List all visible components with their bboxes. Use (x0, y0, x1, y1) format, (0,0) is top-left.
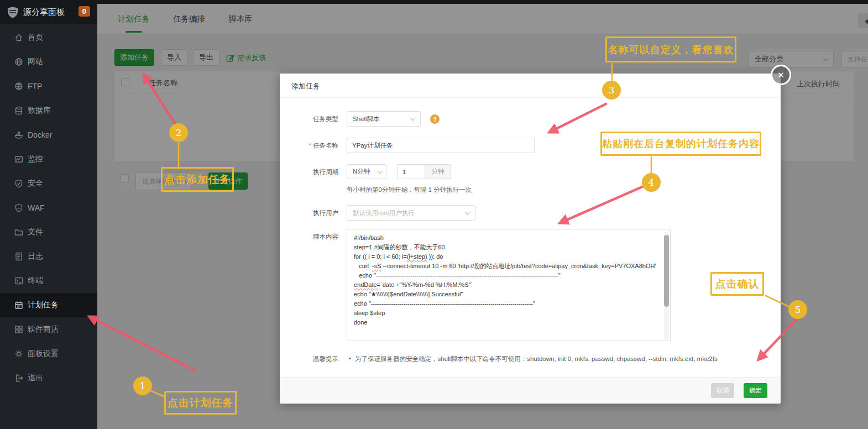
script-line: curl -sS --connect-timeout 10 -m 60 'htt… (354, 261, 658, 271)
sidebar-item-database[interactable]: 数据库 (0, 98, 97, 123)
script-line: endDate=`date +"%Y-%m-%d %H:%M:%S"` (354, 280, 658, 290)
logout-icon (14, 374, 24, 383)
sidebar-menu: 首页网站FTP数据库Docker监控安全WAF文件日志终端计划任务软件商店面板设… (0, 25, 97, 390)
sidebar-item-logs[interactable]: 日志 (0, 244, 97, 269)
required-asterisk: * (309, 142, 311, 149)
chevron-down-icon (410, 116, 416, 121)
cron-icon (14, 301, 24, 310)
store-icon (14, 325, 24, 334)
sidebar-item-label: WAF (28, 203, 45, 212)
script-line: echo "----------------------------------… (354, 271, 658, 280)
sidebar-item-monitor[interactable]: 监控 (0, 147, 97, 171)
logs-icon (14, 252, 24, 261)
spellcheck-squiggle: (i+step) (407, 253, 427, 260)
sidebar-item-store[interactable]: 软件商店 (0, 317, 97, 342)
modal-title: 添加任务 (291, 81, 320, 91)
script-line: sleep $step (354, 308, 658, 318)
waf-icon (14, 203, 24, 213)
sidebar-item-label: FTP (28, 82, 42, 91)
panel-logo-shield-icon (7, 6, 18, 18)
spellcheck-squiggle: -sS (372, 263, 381, 269)
cycle-interval-input[interactable] (397, 164, 425, 179)
sidebar-item-settings[interactable]: 面板设置 (0, 342, 97, 366)
app-root: 源分享面板 0 首页网站FTP数据库Docker监控安全WAF文件日志终端计划任… (0, 0, 868, 429)
chevron-down-icon (378, 168, 383, 174)
security-icon (14, 179, 24, 189)
tips-bullet: • (349, 355, 351, 362)
sidebar-item-terminal[interactable]: 终端 (0, 269, 97, 293)
settings-icon (14, 349, 24, 359)
panel-title: 源分享面板 (23, 7, 65, 18)
chevron-down-icon (465, 210, 470, 215)
sidebar-item-label: 数据库 (28, 106, 51, 116)
task-type-select[interactable]: Shell脚本 (347, 111, 421, 127)
script-content-textarea[interactable]: #!/bin/bashstep=1 #间隔的秒数，不能大于60for (( i … (347, 229, 671, 341)
sidebar-item-cron[interactable]: 计划任务 (0, 293, 97, 317)
files-icon (14, 228, 24, 237)
script-line: echo "★\\\\\\\[$endDate\\\\\\\] Successf… (354, 290, 658, 299)
script-line: for (( i = 0; i < 60; i=(i+step) )); do (354, 252, 658, 261)
task-type-label: 任务类型 (280, 115, 338, 123)
sidebar-item-home[interactable]: 首页 (0, 25, 97, 50)
sidebar-item-label: 日志 (28, 252, 43, 261)
scrollbar-thumb[interactable] (664, 235, 669, 307)
cycle-label: 执行周期 (280, 168, 338, 176)
sidebar-item-label: 监控 (28, 154, 43, 164)
script-label: 脚本内容 (280, 233, 338, 241)
task-name-label: *任务名称 (280, 142, 338, 150)
sidebar-item-docker[interactable]: Docker (0, 123, 97, 147)
database-icon (14, 106, 24, 116)
modal-header: 添加任务 (280, 74, 781, 98)
sidebar-item-security[interactable]: 安全 (0, 171, 97, 196)
sidebar: 源分享面板 0 首页网站FTP数据库Docker监控安全WAF文件日志终端计划任… (0, 0, 97, 429)
sidebar-item-label: Docker (28, 130, 52, 139)
sidebar-item-logout[interactable]: 退出 (0, 366, 97, 390)
exec-user-select[interactable]: 默认使用root用户执行 (347, 205, 475, 221)
sidebar-item-label: 文件 (28, 227, 43, 237)
sidebar-item-label: 软件商店 (28, 325, 59, 334)
terminal-icon (14, 276, 24, 286)
sidebar-item-label: 终端 (28, 276, 43, 286)
script-lines: #!/bin/bashstep=1 #间隔的秒数，不能大于60for (( i … (354, 233, 658, 327)
script-line: done (354, 318, 658, 327)
cycle-unit-addon: 分钟 (425, 164, 451, 179)
cycle-type-select[interactable]: N分钟 (347, 164, 386, 179)
sidebar-item-label: 计划任务 (28, 300, 59, 310)
script-line: echo "----------------------------------… (354, 299, 658, 308)
sidebar-item-waf[interactable]: WAF (0, 196, 97, 220)
cancel-button[interactable]: 取消 (711, 383, 734, 398)
tips-text: 为了保证服务器的安全稳定，shell脚本中以下命令不可使用：shutdown, … (355, 355, 718, 363)
sidebar-item-label: 首页 (28, 33, 43, 43)
sidebar-item-ftp[interactable]: FTP (0, 74, 97, 98)
confirm-button[interactable]: 确定 (744, 383, 767, 398)
globe-icon (14, 57, 24, 67)
logo-bar: 源分享面板 0 (0, 0, 97, 24)
cycle-hint-text: 每小时的第0分钟开始，每隔 1 分钟执行一次 (347, 186, 472, 194)
task-name-input[interactable] (347, 138, 535, 153)
task-type-value: Shell脚本 (353, 115, 380, 123)
ftp-icon (14, 82, 24, 91)
script-line: #!/bin/bash (354, 233, 658, 243)
close-icon[interactable]: ✕ (771, 65, 791, 85)
spellcheck-squiggle: endDate= (354, 281, 380, 288)
script-scrollbar (664, 232, 669, 339)
help-icon[interactable]: ? (430, 114, 440, 124)
sidebar-item-label: 退出 (28, 373, 43, 383)
exec-user-label: 执行用户 (280, 209, 338, 217)
sidebar-item-label: 面板设置 (28, 349, 59, 359)
docker-icon (14, 130, 24, 140)
monitor-icon (14, 155, 24, 164)
cycle-type-value: N分钟 (353, 168, 370, 176)
sidebar-item-label: 安全 (28, 179, 43, 189)
home-icon (14, 33, 24, 43)
sidebar-item-label: 网站 (28, 57, 43, 67)
sidebar-item-globe[interactable]: 网站 (0, 50, 97, 74)
sidebar-item-files[interactable]: 文件 (0, 220, 97, 244)
modal-footer: 取消 确定 (280, 377, 781, 404)
add-task-modal: 添加任务 ✕ 任务类型 Shell脚本 ? *任务名称 执行周期 N分钟 分钟 … (280, 74, 781, 404)
message-count-badge: 0 (79, 6, 90, 17)
script-line: step=1 #间隔的秒数，不能大于60 (354, 243, 658, 252)
exec-user-placeholder: 默认使用root用户执行 (353, 209, 415, 217)
tips-label: 温馨提示 (280, 355, 338, 363)
